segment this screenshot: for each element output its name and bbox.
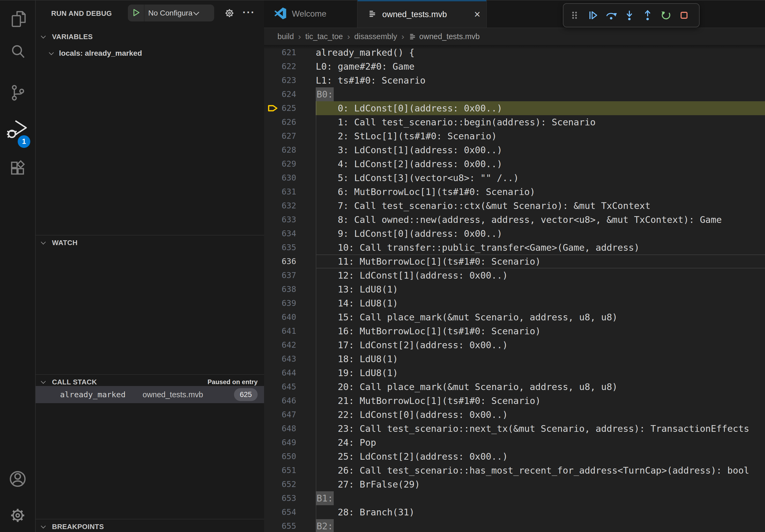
gutter[interactable]: 627 [264, 129, 316, 143]
code-line[interactable]: 641 16: MutBorrowLoc[1](ts#1#0: Scenario… [264, 324, 765, 338]
toolbar-drag-grip[interactable] [567, 6, 582, 25]
gutter[interactable]: 655 [264, 519, 316, 532]
gutter[interactable]: 641 [264, 324, 316, 338]
code-line[interactable]: 633 8: Call owned::new(address, address,… [264, 213, 765, 227]
search-icon[interactable] [0, 41, 35, 62]
code-line[interactable]: 637 12: LdConst[1](address: 0x00..) [264, 268, 765, 282]
extensions-icon[interactable] [0, 157, 35, 178]
code-line[interactable]: 655B2: [264, 519, 765, 532]
gutter[interactable]: 628 [264, 143, 316, 157]
gutter[interactable]: 638 [264, 282, 316, 296]
code-line[interactable]: 649 24: Pop [264, 435, 765, 449]
code-line[interactable]: 631 6: MutBorrowLoc[1](ts#1#0: Scenario) [264, 185, 765, 199]
step-out-button-icon[interactable] [640, 6, 655, 25]
gutter[interactable]: 644 [264, 366, 316, 380]
continue-button-icon[interactable] [585, 6, 600, 25]
code-line-stopped[interactable]: 625 0: LdConst[0](address: 0x00..) [264, 101, 765, 115]
code-line[interactable]: 632 7: Call test_scenario::ctx(&mut Scen… [264, 199, 765, 213]
code-line[interactable]: 650 25: LdConst[2](address: 0x00..) [264, 449, 765, 463]
code-line[interactable]: 652 27: BrFalse(29) [264, 477, 765, 491]
code-line[interactable]: 640 15: Call place_mark(&mut Scenario, a… [264, 310, 765, 324]
breadcrumb-item[interactable]: build [278, 32, 294, 41]
breadcrumb-item[interactable]: disassembly [355, 32, 397, 41]
gutter[interactable]: 631 [264, 185, 316, 199]
gutter[interactable]: 640 [264, 310, 316, 324]
code-line[interactable]: 629 4: LdConst[2](address: 0x00..) [264, 157, 765, 171]
gutter[interactable]: 633 [264, 213, 316, 227]
run-and-debug-icon[interactable] [0, 117, 35, 142]
account-icon[interactable] [0, 468, 35, 490]
gutter[interactable]: 635 [264, 241, 316, 254]
code-line[interactable]: 626 1: Call test_scenario::begin(address… [264, 115, 765, 129]
code-line[interactable]: 644 19: LdU8(1) [264, 366, 765, 380]
close-tab-icon[interactable]: × [474, 1, 480, 28]
gutter[interactable]: 626 [264, 115, 316, 129]
start-debug-icon[interactable] [132, 8, 141, 18]
gutter[interactable]: 632 [264, 199, 316, 213]
code-line[interactable]: 624B0: [264, 87, 765, 101]
code-line[interactable]: 642 17: LdConst[2](address: 0x00..) [264, 338, 765, 352]
gutter[interactable]: 643 [264, 352, 316, 366]
variables-scope-row[interactable]: locals: already_marked [36, 46, 264, 60]
gutter[interactable]: 634 [264, 227, 316, 241]
gutter[interactable]: 654 [264, 505, 316, 519]
code-line[interactable]: 630 5: LdConst[3](vector<u8>: "" /..) [264, 171, 765, 185]
gutter[interactable]: 629 [264, 157, 316, 171]
code-line[interactable]: 645 20: Call place_mark(&mut Scenario, a… [264, 380, 765, 394]
code-line[interactable]: 648 23: Call test_scenario::next_tx(&mut… [264, 421, 765, 435]
code-line[interactable]: 643 18: LdU8(1) [264, 352, 765, 366]
gutter[interactable]: 625 [264, 101, 316, 115]
call-stack-frame-row[interactable]: already_marked owned_tests.mvb 625 [36, 386, 264, 403]
gutter[interactable]: 630 [264, 171, 316, 185]
step-into-button-icon[interactable] [622, 6, 637, 25]
gutter[interactable]: 650 [264, 449, 316, 463]
restart-button-icon[interactable] [658, 6, 673, 25]
gutter[interactable]: 652 [264, 477, 316, 491]
more-actions-icon[interactable]: ··· [243, 0, 255, 25]
code-line[interactable]: 651 26: Call test_scenario::has_most_rec… [264, 463, 765, 477]
code-line[interactable]: 623L1: ts#1#0: Scenario [264, 73, 765, 87]
variables-section-header[interactable]: VARIABLES [36, 30, 264, 44]
gutter[interactable]: 636 [264, 254, 316, 268]
code-line[interactable]: 627 2: StLoc[1](ts#1#0: Scenario) [264, 129, 765, 143]
code-line[interactable]: 653B1: [264, 491, 765, 505]
step-over-button-icon[interactable] [604, 6, 619, 25]
code-line[interactable]: 654 28: Branch(31) [264, 505, 765, 519]
breadcrumb-item[interactable]: tic_tac_toe [305, 32, 343, 41]
gutter[interactable]: 622 [264, 60, 316, 73]
stop-button-icon[interactable] [677, 6, 692, 25]
debug-settings-gear-icon[interactable] [223, 7, 236, 20]
configuration-label[interactable]: No Configura [148, 9, 193, 17]
gutter[interactable]: 637 [264, 268, 316, 282]
gutter[interactable]: 651 [264, 463, 316, 477]
code-line[interactable]: 638 13: LdU8(1) [264, 282, 765, 296]
gutter[interactable]: 646 [264, 394, 316, 408]
gutter[interactable]: 624 [264, 87, 316, 101]
debug-configuration-picker[interactable]: No Configura [128, 5, 214, 21]
watch-section-header[interactable]: WATCH [36, 236, 264, 250]
code-line[interactable]: 628 3: LdConst[1](address: 0x00..) [264, 143, 765, 157]
code-line[interactable]: 639 14: LdU8(1) [264, 296, 765, 310]
breadcrumb-item[interactable]: owned_tests.mvb [419, 32, 480, 41]
explorer-icon[interactable] [0, 9, 35, 30]
tab-welcome[interactable]: Welcome [264, 0, 358, 28]
code-line[interactable]: 635 10: Call transfer::public_transfer<G… [264, 241, 765, 254]
source-control-icon[interactable] [0, 82, 35, 103]
gutter[interactable]: 639 [264, 296, 316, 310]
settings-gear-icon[interactable] [0, 505, 35, 526]
gutter[interactable]: 623 [264, 73, 316, 87]
gutter[interactable]: 653 [264, 491, 316, 505]
gutter[interactable]: 649 [264, 435, 316, 449]
gutter[interactable]: 642 [264, 338, 316, 352]
breakpoints-section-header[interactable]: BREAKPOINTS [36, 520, 264, 532]
code-line[interactable]: 647 22: LdConst[0](address: 0x00..) [264, 408, 765, 421]
gutter[interactable]: 645 [264, 380, 316, 394]
code-line[interactable]: 622L0: game#2#0: Game [264, 60, 765, 73]
code-line-current[interactable]: 636 11: MutBorrowLoc[1](ts#1#0: Scenario… [264, 254, 765, 268]
code-line[interactable]: 621already_marked() { [264, 46, 765, 60]
tab-owned-tests[interactable]: owned_tests.mvb × [358, 0, 487, 28]
code-line[interactable]: 646 21: MutBorrowLoc[1](ts#1#0: Scenario… [264, 394, 765, 408]
gutter[interactable]: 647 [264, 408, 316, 421]
code-line[interactable]: 634 9: LdConst[0](address: 0x00..) [264, 227, 765, 241]
gutter[interactable]: 648 [264, 421, 316, 435]
